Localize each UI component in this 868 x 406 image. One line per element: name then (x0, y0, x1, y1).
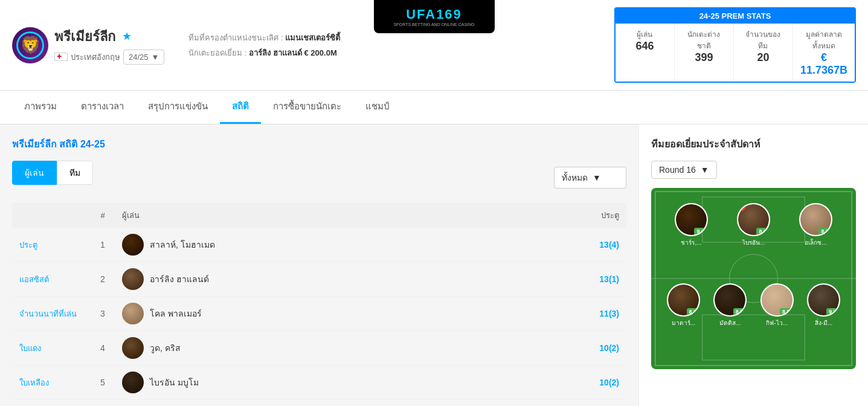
filter-dropdown[interactable]: ทั้งหมด ▼ (554, 167, 626, 188)
category-cell: ประตู (12, 228, 91, 262)
col-category (12, 203, 91, 228)
category-label-1[interactable]: แอสซิสต์ (19, 275, 49, 284)
ufa-brand: UFA169 (393, 7, 474, 22)
field-player-3: 8.7 อเล็กซ... (799, 203, 832, 247)
category-label-4[interactable]: ใบเหลือง (19, 378, 49, 387)
filter-chevron-icon: ▼ (593, 173, 601, 182)
logo-area: 🦁 พรีเมียร์ลีก ★ ประเทศอังกฤษ 24/25 ▼ (12, 26, 164, 65)
stats-table: # ผู้เล่น ประตู ประตู1สาลาห์, โมฮาเมด13(… (12, 203, 626, 406)
stat-players: ผู้เล่น 646 (616, 24, 675, 82)
player-cell: สาลาห์, โมฮาเมด (115, 228, 503, 262)
tab-champions[interactable]: แชมป์ (353, 91, 402, 124)
player-name: สาลาห์, โมฮาเมด (150, 238, 215, 251)
filter-value: ทั้งหมด (562, 171, 588, 184)
ufa-sub: SPORTS BETTING AND ONLINE CASINO (393, 22, 474, 27)
stat-foreign-label: นักเตะต่างชาติ (682, 28, 726, 51)
player-avatar (122, 234, 144, 256)
stat-cell: 10(2) (503, 366, 626, 400)
stat-clubs-value: 20 (741, 51, 785, 64)
champion-value: แมนเชสเตอร์ซิตี้ (285, 33, 340, 42)
field-name-3: อเล็กซ... (805, 238, 826, 247)
field-avatar-5: 8.8 (713, 283, 747, 317)
category-cell: จำนวนนาทีที่เล่น (12, 297, 91, 331)
player-name: โคล พาลเมอร์ (150, 307, 202, 320)
stat-clubs-label: จำนวนของทีม (741, 28, 785, 51)
rank-cell: 1 (91, 228, 115, 262)
star-icon: ★ (122, 30, 132, 43)
rating-badge-6: 8.5 (780, 308, 792, 315)
stat-cell: 9 (503, 400, 626, 407)
player-avatar (122, 372, 144, 393)
tab-results[interactable]: สรุปการแข่งขัน (136, 91, 220, 124)
table-row: ใบแดง4วูด, คริส10(2) (12, 331, 626, 366)
tab-stats[interactable]: สถิติ (220, 91, 261, 124)
stat-cell: 13(4) (503, 228, 626, 262)
field-player-1: 9.1 ชาร์ร,... (675, 203, 708, 247)
nav-tabs: ภาพรวม ตารางเวลา สรุปการแข่งขัน สถิติ กา… (0, 91, 868, 124)
table-row: ประตู1สาลาห์, โมฮาเมด13(4) (12, 228, 626, 262)
season-selector[interactable]: 24/25 ▼ (123, 50, 164, 65)
player-cell: วูด, คริส (115, 331, 503, 366)
stat-players-value: 646 (623, 40, 667, 53)
round-selector[interactable]: Round 16 ▼ (651, 161, 717, 179)
field-bottom-row: 8.7 มาดาร์... 8.8 มัดดิส... (660, 283, 847, 327)
header: 🦁 พรีเมียร์ลีก ★ ประเทศอังกฤษ 24/25 ▼ ที… (0, 0, 868, 91)
table-row: ใบเหลือง5ไบรอัน มบูโม10(2) (12, 366, 626, 400)
col-rank: # (91, 203, 115, 228)
round-chevron-icon: ▼ (701, 165, 709, 175)
rating-badge-1: 9.1 (694, 228, 707, 235)
field-top-row: 9.1 ชาร์ร,... ❤️ 8.9 ไบรอัน... (660, 203, 847, 247)
player-name: ไบรอัน มบูโม (150, 376, 199, 389)
stats-box: 24-25 PREM STATS ผู้เล่น 646 นักเตะต่างช… (614, 7, 856, 83)
tab-player[interactable]: ผู้เล่น (12, 161, 57, 185)
rating-badge-5: 8.8 (733, 308, 746, 315)
stats-box-title: 24-25 PREM STATS (616, 8, 855, 24)
header-mid: ทีมที่ครองตำแหน่งชนะเลิศ : แมนเชสเตอร์ซิ… (188, 31, 340, 59)
category-cell: ใบแดง (12, 331, 91, 366)
table-row: ลูกยิงทั้งหมด6โยอาเน วิสสา9 (12, 400, 626, 407)
stats-box-content: ผู้เล่น 646 นักเตะต่างชาติ 399 จำนวนของท… (616, 24, 855, 82)
right-title: ทีมยอดเยี่ยมประจำสัปดาห์ (651, 137, 856, 152)
stat-market-value: € 11.7367B (800, 51, 847, 77)
table-row: แอสซิสต์2อาร์ลิง ฮาแลนด์13(1) (12, 262, 626, 297)
stat-link[interactable]: 10(2) (599, 378, 619, 387)
field-player-5: 8.8 มัดดิส... (713, 283, 747, 327)
field-player-2: ❤️ 8.9 ไบรอัน... (737, 203, 770, 247)
rank-cell: 3 (91, 297, 115, 331)
premier-league-logo: 🦁 (12, 27, 48, 63)
champion-label: ทีมที่ครองตำแหน่งชนะเลิศ : (188, 33, 283, 42)
stat-clubs: จำนวนของทีม 20 (734, 24, 793, 82)
tab-transfers[interactable]: การซื้อขายนักเตะ (261, 91, 353, 124)
league-title: พรีเมียร์ลีก (54, 26, 115, 47)
category-label-3[interactable]: ใบแดง (19, 344, 41, 353)
rank-cell: 6 (91, 400, 115, 407)
field-name-4: มาดาร์... (672, 318, 695, 327)
country-row: ประเทศอังกฤษ 24/25 ▼ (54, 50, 164, 65)
right-panel: ทีมยอดเยี่ยมประจำสัปดาห์ Round 16 ▼ (638, 124, 868, 406)
player-avatar (122, 337, 144, 359)
rating-badge-4: 8.7 (687, 308, 699, 315)
field-avatar-7: 9.2 (807, 283, 840, 317)
table-row: จำนวนนาทีที่เล่น3โคล พาลเมอร์11(3) (12, 297, 626, 331)
field-player-4: 8.7 มาดาร์... (667, 283, 700, 327)
stat-link[interactable]: 10(2) (599, 343, 619, 353)
player-team-tabs: ผู้เล่น ทีม (12, 161, 93, 185)
category-label-2[interactable]: จำนวนนาทีที่เล่น (19, 309, 77, 318)
tab-schedule[interactable]: ตารางเวลา (69, 91, 136, 124)
tab-overview[interactable]: ภาพรวม (12, 91, 69, 124)
stat-link[interactable]: 11(3) (599, 309, 619, 318)
field-name-5: มัดดิส... (719, 318, 741, 327)
player-cell: อาร์ลิง ฮาแลนด์ (115, 262, 503, 297)
stat-link[interactable]: 13(1) (599, 274, 619, 284)
category-label-0[interactable]: ประตู (19, 240, 37, 250)
player-avatar (122, 268, 144, 290)
field-name-7: สิ่ง-มี... (815, 318, 833, 327)
tab-team[interactable]: ทีม (57, 161, 93, 185)
field-avatar-6: 8.5 (760, 283, 794, 317)
stat-link[interactable]: 13(4) (599, 240, 619, 250)
player-cell: ไบรอัน มบูโม (115, 366, 503, 400)
category-cell: ใบเหลือง (12, 366, 91, 400)
category-cell: ลูกยิงทั้งหมด (12, 400, 91, 407)
stat-market: มูลค่าตลาดทั้งหมด € 11.7367B (793, 24, 855, 82)
rank-cell: 5 (91, 366, 115, 400)
